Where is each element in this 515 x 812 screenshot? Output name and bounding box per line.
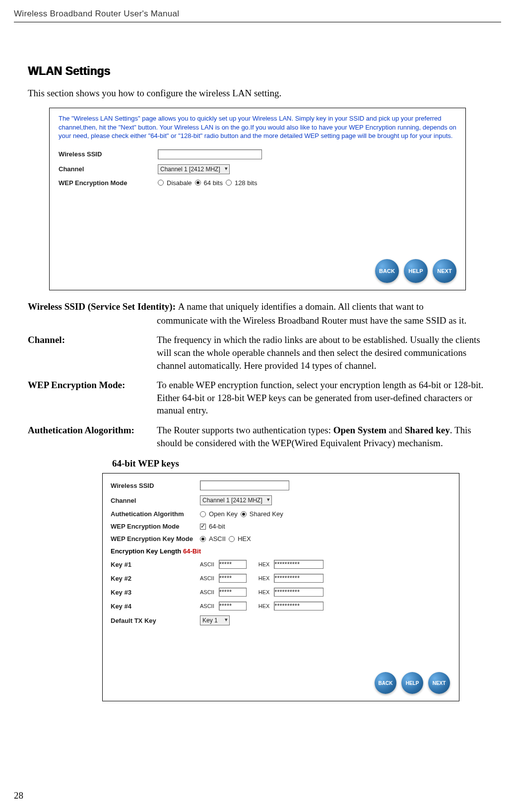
p2-key3-ascii-sub: ASCII [200,589,214,595]
p2-row-key3: Key #3 ASCII ***** HEX ********** [111,588,451,597]
p2-row-ssid: Wireless SSID [111,480,451,490]
ssid-input[interactable] [158,149,262,159]
p2-key1-ascii-input[interactable]: ***** [219,560,247,569]
panel1-nav: BACK HELP NEXT [375,259,456,283]
def-channel-term: Channel: [28,334,157,372]
p2-wepmode-value: 64-bit [209,523,225,530]
p2-row-auth: Authetication Algorithm Open Key Shared … [111,510,451,518]
p2-key4-ascii-input[interactable]: ***** [219,602,247,610]
def-auth: Authetication Alogorithm: The Router sup… [28,424,487,449]
p2-next-button[interactable]: NEXT [428,672,450,694]
page-header: Wireless Broadband Router User's Manual [14,9,501,19]
def-auth-term: Authetication Alogorithm: [28,424,157,449]
p2-keymode-ascii-radio[interactable] [200,536,206,542]
panel2-nav: BACK HELP NEXT [375,672,450,694]
p2-row-key1: Key #1 ASCII ***** HEX ********** [111,560,451,569]
p2-row-key4: Key #4 ASCII ***** HEX ********** [111,602,451,610]
wlan-basic-panel: The "Wireless LAN Settings" page allows … [49,108,466,290]
back-button[interactable]: BACK [375,259,399,283]
wep-128-text: 128 bits [235,179,258,187]
p2-auth-open-radio[interactable] [200,511,206,517]
p2-key2-ascii-sub: ASCII [200,575,214,581]
def-channel-body: The frequency in which the radio links a… [157,334,487,372]
next-button[interactable]: NEXT [433,259,456,283]
def-ssid-rest: communicate with the Wireless Broadband … [157,314,487,327]
p2-key1-hex-sub: HEX [258,561,270,567]
p2-ssid-label: Wireless SSID [111,482,200,489]
p2-key2-ascii-input[interactable]: ***** [219,574,247,583]
row-channel: Channel Channel 1 [2412 MHZ] [59,164,456,174]
panel-hint-text: The "Wireless LAN Settings" page allows … [59,114,456,140]
def-ssid-term: Wireless SSID (Service Set Identity): [28,301,178,312]
def-wep: WEP Encryption Mode: To enable WEP encry… [28,379,487,417]
p2-key3-ascii-input[interactable]: ***** [219,588,247,597]
row-wep-mode: WEP Encryption Mode Disabale 64 bits 128… [59,179,456,187]
def-auth-body: The Router supports two authentication t… [157,424,487,449]
p2-key2-hex-sub: HEX [258,575,270,581]
channel-select[interactable]: Channel 1 [2412 MHZ] [158,164,230,174]
def-wep-body: To enable WEP encryption function, selec… [157,379,487,417]
p2-key4-label: Key #4 [111,603,200,610]
p2-key4-ascii-sub: ASCII [200,603,214,609]
subheading-64bit: 64-bit WEP keys [112,458,487,469]
p2-keymode-label: WEP Encryption Key Mode [111,535,200,542]
p2-key3-hex-input[interactable]: ********** [274,588,323,597]
p2-auth-label: Authetication Algorithm [111,510,200,518]
p2-key3-label: Key #3 [111,589,200,596]
p2-wepmode-checkbox[interactable] [200,524,206,530]
p2-channel-select[interactable]: Channel 1 [2412 MHZ] [200,495,272,505]
p2-key2-hex-input[interactable]: ********** [274,574,323,583]
auth-open-system: Open System [333,425,386,435]
p2-row-keymode: WEP Encryption Key Mode ASCII HEX [111,535,451,542]
wep-disable-radio[interactable] [158,180,164,186]
auth-pre: The Router supports two authentication t… [157,425,333,435]
page-number: 28 [14,790,23,801]
p2-key4-hex-input[interactable]: ********** [274,602,323,610]
row-ssid: Wireless SSID [59,149,456,159]
p2-row-channel: Channel Channel 1 [2412 MHZ] [111,495,451,505]
p2-ssid-input[interactable] [200,480,289,490]
p2-auth-shared-text: Shared Key [250,510,283,518]
wep-64-radio[interactable] [195,180,201,186]
p2-key4-hex-sub: HEX [258,603,270,609]
p2-channel-label: Channel [111,497,200,504]
p2-wepmode-label: WEP Encryption Mode [111,523,200,530]
wep-64-text: 64 bits [204,179,223,187]
ssid-label: Wireless SSID [59,150,158,158]
definitions: Wireless SSID (Service Set Identity): A … [28,300,487,449]
p2-key1-ascii-sub: ASCII [200,561,214,567]
p2-defkey-select[interactable]: Key 1 [200,615,230,625]
p2-row-defkey: Default TX Key Key 1 [111,615,451,625]
p2-enclen-value: 64-Bit [183,547,201,555]
page-content: WLAN Settings This section shows you how… [28,65,487,711]
p2-row-wepmode: WEP Encryption Mode 64-bit [111,523,451,530]
p2-key1-label: Key #1 [111,561,200,568]
def-ssid-line1: Wireless SSID (Service Set Identity): A … [28,300,487,313]
wep-disable-text: Disabale [167,179,192,187]
p2-enclen: Encryption Key Length 64-Bit [111,547,451,555]
section-title: WLAN Settings [28,65,487,78]
header-divider [14,22,501,22]
help-button[interactable]: HELP [404,259,428,283]
p2-key3-hex-sub: HEX [258,589,270,595]
def-ssid-spacer [28,314,157,327]
p2-auth-shared-radio[interactable] [241,511,247,517]
auth-shared-key: Shared key [405,425,450,435]
auth-mid: and [386,425,405,435]
p2-keymode-hex-radio[interactable] [229,536,235,542]
p2-keymode-hex-text: HEX [238,535,251,542]
p2-back-button[interactable]: BACK [375,672,396,694]
p2-defkey-label: Default TX Key [111,617,200,624]
p2-auth-open-text: Open Key [209,510,238,518]
p2-enclen-label: Encryption Key Length [111,547,181,555]
def-ssid-firstline: A name that uniquely identifies a domain… [178,301,424,312]
wep-mode-label: WEP Encryption Mode [59,179,158,187]
wep-128-radio[interactable] [226,180,232,186]
p2-help-button[interactable]: HELP [401,672,423,694]
p2-row-key2: Key #2 ASCII ***** HEX ********** [111,574,451,583]
p2-key2-label: Key #2 [111,575,200,582]
channel-label: Channel [59,165,158,173]
wlan-64bit-panel: Wireless SSID Channel Channel 1 [2412 MH… [102,473,459,701]
p2-keymode-ascii-text: ASCII [209,535,226,542]
p2-key1-hex-input[interactable]: ********** [274,560,323,569]
